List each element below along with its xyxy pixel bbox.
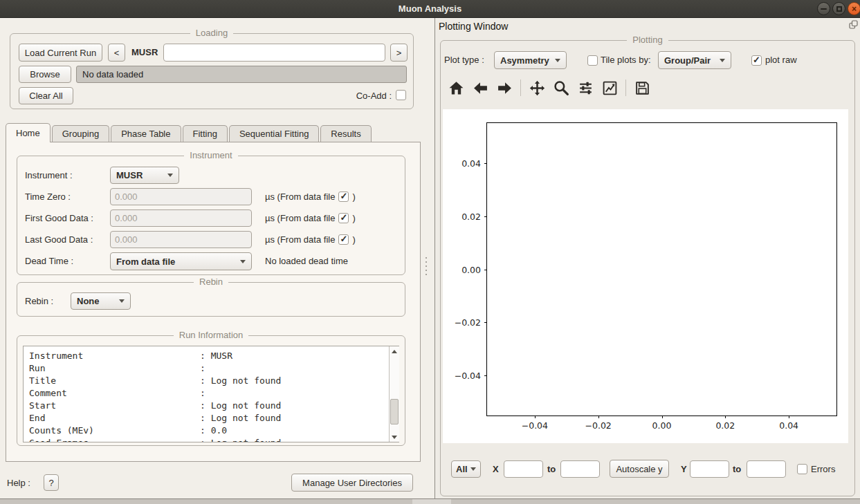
back-button[interactable]	[470, 77, 491, 98]
x-tick-label: −0.02	[585, 420, 612, 431]
y-tick-mark	[484, 375, 487, 376]
last-good-data-input[interactable]	[110, 231, 252, 248]
coadd-checkbox[interactable]	[396, 90, 406, 100]
tab-results[interactable]: Results	[320, 125, 371, 142]
tab-sequential-fitting[interactable]: Sequential Fitting	[229, 125, 319, 142]
maximize-button[interactable]	[832, 2, 845, 15]
minimize-button[interactable]	[817, 2, 830, 15]
scroll-up-icon[interactable]	[390, 346, 399, 356]
run-info-line: Counts (MEv): 0.0	[29, 424, 385, 437]
errors-checkbox[interactable]	[797, 464, 807, 474]
tab-fitting[interactable]: Fitting	[183, 125, 228, 142]
home-icon	[448, 80, 464, 96]
run-info-line: Good Frames: Log not found	[29, 437, 385, 442]
close-button[interactable]: ×	[848, 2, 860, 15]
dock-title: Plotting Window	[439, 21, 508, 32]
first-good-data-unit: µs (From data file )	[265, 209, 356, 227]
plot-type-combobox[interactable]: Asymmetry	[494, 51, 567, 69]
y-tick-label: 0.02	[461, 211, 481, 221]
customize-button[interactable]	[599, 77, 620, 98]
splitter-handle[interactable]	[425, 257, 428, 277]
autoscale-y-button[interactable]: Autoscale y	[610, 460, 669, 478]
forward-icon	[497, 80, 513, 96]
clear-all-button[interactable]: Clear All	[19, 87, 73, 104]
run-info-scrollbar[interactable]	[389, 346, 399, 442]
first-good-data-label: First Good Data :	[25, 209, 93, 227]
maximize-icon	[836, 6, 842, 12]
time-zero-label: Time Zero :	[25, 188, 71, 205]
y-tick-label: 0.04	[461, 158, 481, 168]
next-run-button[interactable]: >	[390, 44, 408, 62]
loading-group-title: Loading	[190, 28, 233, 38]
manage-user-directories-button[interactable]: Manage User Directories	[291, 474, 413, 492]
forward-button[interactable]	[494, 77, 515, 98]
last-good-data-unit: µs (From data file )	[265, 231, 356, 248]
back-icon	[473, 80, 488, 96]
x-tick-label: −0.04	[522, 420, 548, 431]
tile-by-combobox[interactable]: Group/Pair	[658, 51, 731, 69]
window-title: Muon Analysis	[0, 0, 860, 17]
home-button[interactable]	[446, 77, 466, 98]
range-scope-combobox[interactable]: All	[451, 460, 481, 478]
dead-time-status: No loaded dead time	[265, 252, 348, 270]
rebin-combobox[interactable]: None	[71, 292, 131, 310]
run-info-text[interactable]: Instrument: MUSRRun:Title: Log not found…	[23, 346, 399, 442]
y-from-input[interactable]	[690, 460, 729, 478]
y-to-input[interactable]	[747, 460, 786, 478]
save-icon	[634, 80, 650, 96]
first-good-data-input[interactable]	[110, 209, 252, 227]
dead-time-combobox[interactable]: From data file	[110, 252, 252, 270]
subplots-button[interactable]	[575, 77, 596, 98]
zoom-icon	[553, 80, 569, 96]
run-info-line: End: Log not found	[29, 412, 385, 424]
last-good-from-file-checkbox[interactable]	[338, 234, 349, 245]
time-zero-input[interactable]	[110, 188, 252, 205]
time-zero-from-file-checkbox[interactable]	[338, 192, 349, 202]
tab-phase-table[interactable]: Phase Table	[111, 125, 181, 142]
prev-run-button[interactable]: <	[108, 44, 125, 62]
titlebar[interactable]: Muon Analysis	[0, 0, 860, 18]
tab-home[interactable]: Home	[6, 123, 51, 142]
load-current-run-button[interactable]: Load Current Run	[19, 44, 102, 62]
axes[interactable]: −0.04−0.020.000.020.04−0.04−0.020.000.02…	[486, 122, 837, 416]
instrument-prefix-label: MUSR	[131, 44, 158, 62]
x-tick-mark	[662, 416, 663, 418]
dead-time-label: Dead Time :	[25, 252, 73, 270]
x-to-input[interactable]	[560, 460, 600, 478]
browse-button[interactable]: Browse	[19, 66, 71, 83]
save-button[interactable]	[632, 77, 652, 98]
customize-icon	[602, 80, 618, 96]
chevron-down-icon	[470, 467, 476, 471]
pan-button[interactable]	[527, 77, 547, 98]
plot-raw-label: plot raw	[765, 51, 797, 69]
x-from-input[interactable]	[504, 460, 543, 478]
coadd-label: Co-Add :	[349, 87, 392, 104]
minimize-icon	[821, 8, 827, 10]
tile-plots-checkbox[interactable]	[587, 55, 598, 66]
float-dock-icon[interactable]	[849, 20, 858, 29]
errors-label: Errors	[811, 460, 835, 478]
chevron-down-icon	[720, 59, 725, 62]
run-info-line: Title: Log not found	[29, 375, 385, 387]
to-label: to	[547, 460, 556, 478]
help-button[interactable]: ?	[44, 474, 59, 491]
run-number-input[interactable]	[163, 44, 385, 62]
dock-separator[interactable]	[434, 18, 435, 499]
tab-grouping[interactable]: Grouping	[52, 125, 109, 142]
chevron-down-icon	[555, 59, 560, 62]
subplots-icon	[578, 80, 594, 96]
scrollbar-thumb[interactable]	[390, 399, 399, 424]
scroll-down-icon[interactable]	[390, 432, 399, 442]
y-tick-mark	[484, 270, 487, 270]
instrument-label: Instrument :	[25, 167, 73, 184]
first-good-from-file-checkbox[interactable]	[338, 213, 349, 223]
instrument-combobox[interactable]: MUSR	[110, 167, 179, 184]
chevron-down-icon	[119, 299, 125, 303]
bottom-strip-segment	[412, 499, 451, 504]
chevron-down-icon	[167, 174, 173, 177]
plot-raw-checkbox[interactable]	[751, 55, 762, 66]
toolbar-separator	[625, 80, 626, 96]
x-tick-label: 0.04	[779, 420, 798, 431]
tile-plots-label: Tile plots by:	[601, 51, 651, 69]
zoom-button[interactable]	[551, 77, 571, 98]
